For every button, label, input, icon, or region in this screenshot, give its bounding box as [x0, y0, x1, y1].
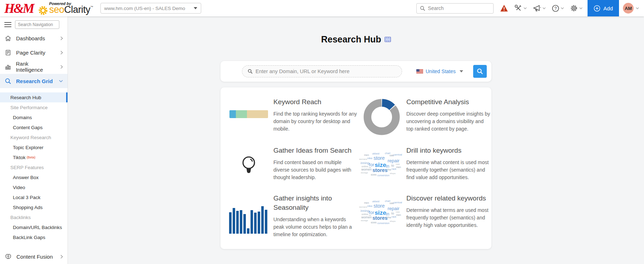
sidebar-item-content-gaps[interactable]: Content Gaps — [0, 122, 68, 132]
sidebar-item-label: Shopping Ads — [13, 205, 43, 210]
menu-toggle-icon[interactable] — [4, 21, 11, 29]
sidebar-item-domain-url-backlinks[interactable]: Domain/URL Backlinks — [0, 222, 68, 232]
chevron-down-icon — [561, 7, 564, 9]
page-title: Research Hub — [321, 34, 381, 45]
sidebar-item-rank-intelligence[interactable]: Rank Intelligence — [0, 60, 68, 74]
sidebar-item-research-grid[interactable]: Research Grid — [0, 74, 68, 88]
search-submit-button[interactable] — [473, 65, 487, 78]
plus-circle-icon — [594, 5, 600, 12]
settings-menu[interactable] — [570, 4, 583, 12]
card-description: Find the top ranking keywords for any do… — [273, 110, 358, 133]
word-cloud-term: womans — [359, 206, 367, 208]
card-seasonality[interactable]: Gather insights into Seasonality Underst… — [228, 194, 358, 238]
lightbulb-icon — [241, 155, 256, 177]
card-description: Discover deep competitive insights by un… — [406, 110, 491, 133]
sidebar-item-label: Domains — [13, 115, 32, 120]
user-menu[interactable]: AM — [623, 3, 639, 14]
chevron-down-icon — [59, 80, 63, 82]
stacked-bar-segment — [247, 110, 268, 118]
card-title: Gather insights into Seasonality — [273, 194, 358, 212]
word-cloud-term: stores — [372, 215, 387, 221]
gear-icon — [570, 4, 578, 12]
word-cloud-term: sizes — [371, 221, 377, 224]
sidebar-item-domains[interactable]: Domains — [0, 112, 68, 122]
card-discover-related-keywords[interactable]: menukbestchartsalecarnivalwomansnikestor… — [361, 194, 491, 238]
word-cloud: menukbestchartsalecarnivalwomansnikestor… — [361, 152, 403, 183]
help-menu[interactable]: ? — [552, 5, 564, 12]
sidebar-section-backlinks: Backlinks — [0, 212, 68, 222]
tools-menu[interactable] — [514, 4, 527, 12]
card-competitive-analysis[interactable]: Competitive Analysis Discover deep compe… — [361, 97, 491, 135]
sidebar-item-research-hub[interactable]: Research Hub — [0, 92, 68, 102]
domain-selector[interactable]: www.hm.com (US-en) - SALES Demo — [100, 3, 202, 14]
chevron-right-icon — [60, 36, 63, 40]
word-cloud-term: store — [373, 155, 385, 161]
card-title: Competitive Analysis — [406, 97, 491, 107]
word-cloud-term: online — [361, 165, 368, 168]
word-cloud-term: women — [361, 215, 372, 219]
word-cloud-term: store — [373, 203, 385, 209]
sidebar-search-input[interactable] — [15, 20, 59, 29]
country-selector[interactable]: United States — [416, 68, 463, 74]
alerts-icon[interactable] — [500, 5, 508, 12]
seasonality-bar — [254, 213, 257, 234]
domain-keyword-input[interactable] — [256, 68, 384, 74]
word-cloud-term: rack — [392, 215, 396, 218]
main-content: Research Hub — [68, 16, 644, 264]
sidebar-item-local-3-pack[interactable]: Local 3 Pack — [0, 192, 68, 202]
card-drill-into-keywords[interactable]: menukbestchartsalecarnivalwomansnikestor… — [361, 146, 491, 183]
word-cloud-term: repair — [387, 158, 399, 163]
card-title: Gather Ideas from Search — [273, 146, 358, 155]
card-description: Understanding when a keywords peak volum… — [273, 216, 358, 238]
sidebar-item-dashboards[interactable]: Dashboards — [0, 31, 68, 45]
chevron-right-icon — [60, 51, 63, 55]
word-cloud-term: conversion — [377, 222, 390, 224]
add-button-label: Add — [603, 5, 613, 11]
word-cloud-term: carnival — [393, 201, 402, 203]
word-cloud-term: rack — [392, 167, 396, 170]
sidebar-item-label: Local 3 Pack — [13, 195, 40, 200]
sidebar-item-content-fusion[interactable]: Content Fusion — [0, 249, 68, 264]
sidebar-item-page-clarity[interactable]: Page Clarity — [0, 45, 68, 60]
user-avatar: AM — [623, 3, 634, 14]
sidebar-item-answer-box[interactable]: Answer Box — [0, 172, 68, 182]
document-icon — [5, 49, 11, 56]
word-cloud-term: men — [396, 214, 401, 216]
card-gather-ideas[interactable]: Gather Ideas from Search Find content ba… — [228, 146, 358, 183]
global-search-input[interactable] — [428, 5, 489, 11]
clarity-wordmark: Clarity — [64, 5, 90, 15]
word-cloud-term: nike — [367, 157, 373, 160]
word-cloud-term: the — [387, 168, 391, 171]
seasonality-bar — [236, 211, 239, 234]
word-cloud-term: men — [364, 153, 369, 156]
chevron-down-icon — [524, 7, 527, 9]
sidebar-item-shopping-ads[interactable]: Shopping Ads — [0, 202, 68, 212]
word-cloud-term: online — [361, 213, 368, 215]
sidebar-item-label: Rank Intelligence — [16, 61, 56, 73]
word-cloud-term: to — [391, 212, 394, 215]
sidebar-item-backlink-gaps[interactable]: BackLink Gaps — [0, 232, 68, 242]
sidebar-item-video[interactable]: Video — [0, 182, 68, 192]
seasonality-bar — [229, 212, 232, 234]
seasonality-bar — [251, 210, 253, 234]
word-cloud-term: storage — [361, 219, 368, 222]
sidebar-item-label: SERP Features — [10, 165, 44, 170]
video-tutorial-icon[interactable] — [385, 37, 391, 42]
sidebar-item-label: Content Fusion — [16, 254, 53, 260]
word-cloud-term: the — [387, 216, 391, 219]
announcements-menu[interactable] — [533, 5, 546, 12]
add-button[interactable]: Add — [588, 0, 619, 16]
word-cloud-term: nike — [367, 204, 373, 208]
sidebar-item-topic-explorer[interactable]: Topic Explorer — [0, 142, 68, 152]
sidebar-item-tiktok[interactable]: Tiktok(Beta) — [0, 152, 68, 162]
country-selector-value: United States — [426, 68, 456, 74]
seasonality-bar — [258, 212, 260, 234]
sidebar-item-label: Topic Explorer — [13, 145, 44, 150]
card-title: Drill into keywords — [406, 146, 491, 155]
card-keyword-reach[interactable]: Keyword Reach Find the top ranking keywo… — [228, 97, 358, 135]
word-cloud-term: stores — [372, 167, 387, 173]
card-description: Find content based on multiple diverse s… — [273, 159, 358, 181]
word-cloud-term: men — [396, 166, 401, 168]
card-title: Discover related keywords — [406, 194, 491, 203]
sidebar: Dashboards Page Clarity Rank Intelligenc… — [0, 16, 68, 264]
